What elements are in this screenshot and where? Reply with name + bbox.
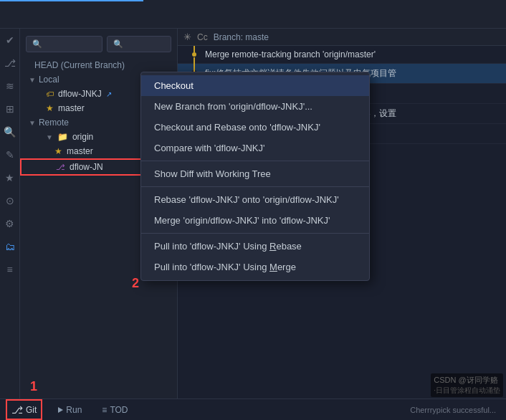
pull-merge-label: Pull into 'dflow-JNKJ' Using Merge — [154, 262, 296, 272]
nav-icon-remote[interactable]: ⊙ — [3, 194, 17, 208]
new-branch-label: New Branch from 'origin/dflow-JNKJ'... — [154, 101, 312, 112]
sidebar-search-row: 🔍 🔍 — [26, 36, 171, 52]
badge-2: 2 — [132, 276, 139, 291]
watermark: CSDN @讶同学赂 ·日目管涂程自动涌垫 — [431, 373, 503, 397]
tab-todo[interactable]: ≡ TOD — [97, 399, 132, 420]
search-icon: 🔍 — [32, 39, 42, 49]
context-menu-divider1 — [141, 161, 369, 161]
remote-master-label: master — [67, 146, 93, 156]
branch-dflow-arrow: ↗ — [106, 90, 112, 98]
search-box-secondary[interactable]: 🔍 — [107, 36, 171, 52]
nav-icon-list[interactable]: ≡ — [3, 262, 17, 277]
branch-dflow-name: dflow-JNKJ — [58, 89, 102, 99]
remote-chevron-icon: ▼ — [29, 119, 36, 127]
remote-dflow-label: dflow-JN — [70, 162, 103, 172]
commit-header: ✳ Cc Branch: maste — [178, 29, 506, 46]
bottom-bar: ⎇ Git Run ≡ TOD Cherrrypick successful..… — [0, 398, 506, 420]
context-menu-pull-merge[interactable]: Pull into 'dflow-JNKJ' Using Merge — [141, 257, 369, 277]
local-chevron-icon: ▼ — [29, 76, 36, 84]
search-icon-2: 🔍 — [113, 39, 123, 49]
search-box-main[interactable]: 🔍 — [26, 36, 102, 52]
compare-label: Compare with 'dflow-JNKJ' — [154, 143, 265, 153]
git-tab-icon: ⎇ — [11, 404, 23, 416]
origin-chevron-icon: ▼ — [46, 133, 53, 141]
table-row[interactable]: Merge remote-tracking branch 'origin/mas… — [178, 46, 506, 64]
remote-master-star-icon: ★ — [54, 146, 62, 156]
nav-icon-stash[interactable]: ⊞ — [3, 102, 17, 116]
show-diff-label: Show Diff with Working Tree — [154, 168, 271, 179]
icon-bar: ✔ ⎇ ≋ ⊞ 🔍 ✎ ★ ⊙ ⚙ 🗂 ≡ — [0, 29, 20, 398]
watermark-sub: ·日目管涂程自动涌垫 — [434, 386, 500, 394]
sidebar-head[interactable]: HEAD (Current Branch) — [20, 58, 177, 72]
git-tab-label: Git — [26, 405, 37, 415]
badge-1: 1 — [30, 379, 37, 394]
asterisk-icon: ✳ — [183, 32, 191, 42]
context-menu-divider3 — [141, 233, 369, 234]
context-menu-checkout-rebase[interactable]: Checkout and Rebase onto 'dflow-JNKJ' — [141, 117, 369, 138]
top-bar — [0, 0, 506, 29]
nav-icon-branch[interactable]: ⎇ — [3, 56, 17, 70]
pull-rebase-underline: R — [269, 241, 276, 252]
status-text: Cherrrypick successful... — [406, 399, 500, 420]
context-menu: Checkout New Branch from 'origin/dflow-J… — [140, 72, 370, 281]
nav-icon-git[interactable]: 🗂 — [3, 239, 17, 254]
context-menu-new-branch[interactable]: New Branch from 'origin/dflow-JNKJ'... — [141, 96, 369, 117]
rebase-label: Rebase 'dflow-JNKJ' onto 'origin/dflow-J… — [154, 194, 339, 205]
branch-master-name: master — [58, 103, 85, 113]
context-menu-pull-rebase[interactable]: Pull into 'dflow-JNKJ' Using Rebase — [141, 236, 369, 257]
merge-label: Merge 'origin/dflow-JNKJ' into 'dflow-JN… — [154, 215, 330, 226]
watermark-text: CSDN @讶同学赂 — [434, 376, 497, 384]
context-menu-divider2 — [141, 186, 369, 187]
origin-folder-icon: 📁 — [57, 132, 68, 142]
nav-icon-diff[interactable]: ≋ — [3, 79, 17, 93]
context-menu-merge[interactable]: Merge 'origin/dflow-JNKJ' into 'dflow-JN… — [141, 210, 369, 231]
master-star-icon: ★ — [46, 103, 54, 113]
nav-icon-settings[interactable]: ⚙ — [3, 216, 17, 231]
branch-tag-icon: 🏷 — [46, 90, 54, 98]
nav-icon-edit[interactable]: ✎ — [3, 148, 17, 162]
remote-dflow-icon: ⎇ — [56, 163, 65, 172]
nav-icon-commit[interactable]: ✔ — [3, 33, 17, 47]
nav-icon-search[interactable]: 🔍 — [3, 125, 17, 139]
branch-label: Branch: maste — [214, 32, 269, 42]
pull-rebase-label: Pull into 'dflow-JNKJ' Using Rebase — [154, 241, 302, 252]
pull-merge-underline: M — [269, 262, 277, 272]
tab-git[interactable]: ⎇ Git — [6, 399, 42, 420]
todo-icon: ≡ — [102, 405, 107, 415]
tab-run[interactable]: Run — [54, 399, 86, 420]
context-menu-checkout[interactable]: Checkout — [141, 75, 369, 96]
context-menu-compare[interactable]: Compare with 'dflow-JNKJ' — [141, 138, 369, 158]
progress-bar — [0, 0, 143, 1]
remote-label: Remote — [39, 118, 69, 128]
run-play-icon — [58, 407, 63, 413]
commit-message: Merge remote-tracking branch 'origin/mas… — [205, 49, 500, 59]
head-label: HEAD (Current Branch) — [34, 60, 125, 70]
todo-tab-label: TOD — [110, 405, 128, 415]
nav-icon-star[interactable]: ★ — [3, 171, 17, 185]
status-label: Cherrrypick successful... — [410, 406, 496, 414]
run-tab-label: Run — [66, 405, 82, 415]
context-menu-show-diff[interactable]: Show Diff with Working Tree — [141, 163, 369, 184]
context-menu-rebase[interactable]: Rebase 'dflow-JNKJ' onto 'origin/dflow-J… — [141, 189, 369, 210]
cc-toggle[interactable]: Cc — [197, 32, 208, 42]
checkout-rebase-label: Checkout and Rebase onto 'dflow-JNKJ' — [154, 122, 320, 133]
checkout-label: Checkout — [154, 80, 194, 91]
local-label: Local — [39, 75, 59, 85]
origin-label: origin — [72, 132, 93, 142]
